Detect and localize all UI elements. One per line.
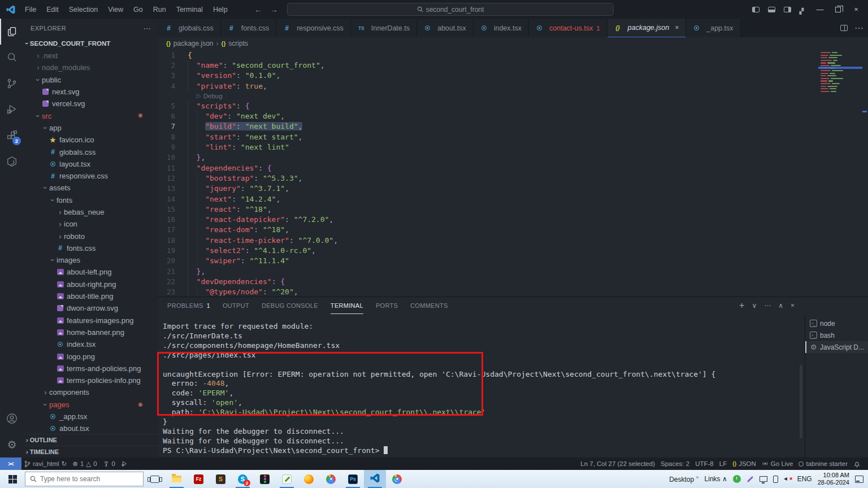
taskbar-photoshop[interactable]: Ps — [342, 470, 364, 488]
code-editor[interactable]: 1{2"name": "second_court_front",3"versio… — [158, 50, 868, 297]
tray-app-icon[interactable] — [733, 475, 741, 483]
remote-indicator[interactable]: >< — [0, 457, 21, 470]
minimap[interactable] — [821, 52, 860, 93]
menu-go[interactable]: Go — [129, 3, 147, 16]
tree-folder-assets[interactable]: ›assets — [24, 182, 158, 194]
problems-item[interactable]: ⊗1 △0 — [70, 457, 99, 470]
tab-package.json[interactable]: {}package.json× — [607, 19, 687, 37]
tree-file-_app.tsx[interactable]: _app.tsx — [24, 411, 158, 422]
tab-index.tsx[interactable]: index.tsx — [474, 19, 529, 37]
start-button[interactable] — [0, 470, 25, 488]
tree-file-vercel.svg[interactable]: vercel.svg — [24, 98, 158, 110]
go-live-item[interactable]: Go Live — [759, 457, 796, 470]
section-outline[interactable]: ›OUTLINE — [24, 434, 158, 446]
links-toolbar[interactable]: Links ∧ — [705, 475, 727, 483]
eol[interactable]: LF — [717, 457, 730, 470]
taskbar-chrome[interactable] — [320, 470, 342, 488]
tab-globals.css[interactable]: #globals.css — [158, 19, 221, 37]
section-timeline[interactable]: ›TIMELINE — [24, 446, 158, 457]
toggle-sidebar-icon[interactable] — [748, 3, 763, 16]
tree-file-terms-policies-info.png[interactable]: terms-policies-info.png — [24, 374, 158, 386]
tree-folder-pages[interactable]: ›pages — [24, 399, 158, 411]
language-mode[interactable]: {} JSON — [730, 457, 759, 470]
toggle-panel-icon[interactable] — [764, 3, 779, 16]
tree-file-logo.png[interactable]: logo.png — [24, 350, 158, 362]
search-icon[interactable] — [0, 45, 24, 71]
command-center-search[interactable]: second_court_front — [287, 3, 614, 16]
tree-folder-node_modules[interactable]: ›node_modules — [24, 62, 158, 73]
taskbar-notepad-plus-plus[interactable] — [276, 470, 298, 488]
menu-edit[interactable]: Edit — [42, 3, 63, 16]
tree-file-favicon.ico[interactable]: ★favicon.ico — [24, 134, 158, 146]
cursor-position[interactable]: Ln 7, Col 27 (22 selected) — [578, 457, 658, 470]
split-editor-icon[interactable] — [840, 25, 848, 31]
panel-more-icon[interactable]: ⋯ — [764, 302, 771, 310]
terminal-scrollbar[interactable] — [800, 365, 802, 438]
taskbar-file-explorer[interactable] — [166, 470, 188, 488]
tree-file-about-left.png[interactable]: about-left.png — [24, 266, 158, 278]
tree-file-terms-and-policies.png[interactable]: terms-and-policies.png — [24, 363, 158, 374]
panel-tab-terminal[interactable]: TERMINAL — [331, 297, 363, 314]
menu-help[interactable]: Help — [209, 3, 232, 16]
extensions-icon[interactable]: 2 — [0, 123, 24, 149]
toggle-secondary-sidebar-icon[interactable] — [780, 3, 795, 16]
back-icon[interactable]: ← — [254, 5, 262, 14]
taskbar-search-input[interactable] — [40, 475, 131, 483]
panel-tab-output[interactable]: OUTPUT — [223, 297, 249, 314]
menu-terminal[interactable]: Terminal — [172, 3, 207, 16]
tree-folder-src[interactable]: ›src — [24, 110, 158, 121]
panel-tab-debug-console[interactable]: DEBUG CONSOLE — [262, 297, 318, 314]
menu-run[interactable]: Run — [149, 3, 171, 16]
taskbar-search[interactable] — [25, 472, 144, 486]
tab-_app.tsx[interactable]: _app.tsx — [686, 19, 740, 37]
tree-folder-roboto[interactable]: ›roboto — [24, 230, 158, 242]
menu-view[interactable]: View — [103, 3, 128, 16]
tree-file-about-title.png[interactable]: about-title.png — [24, 290, 158, 302]
taskbar-vscode[interactable] — [364, 470, 386, 488]
tab-close-icon[interactable]: × — [675, 24, 679, 32]
git-branch-item[interactable]: ravi_html ↻ — [21, 457, 70, 470]
taskbar-sublime-text[interactable]: S — [210, 470, 232, 488]
tree-folder-icon[interactable]: ›icon — [24, 218, 158, 230]
account-icon[interactable] — [0, 406, 24, 432]
taskbar-firefox[interactable] — [298, 470, 320, 488]
tree-file-features-images.png[interactable]: features-images.png — [24, 315, 158, 326]
tree-file-about-right.png[interactable]: about-right.png — [24, 278, 158, 290]
panel-tab-ports[interactable]: PORTS — [376, 297, 398, 314]
close-button[interactable]: × — [848, 2, 865, 18]
action-center-icon[interactable] — [855, 476, 863, 483]
tree-folder-public[interactable]: ›public — [24, 74, 158, 86]
workspace-root-folder[interactable]: › SECOND_COURT_FRONT — [24, 37, 158, 50]
editor-more-actions-icon[interactable]: ⋯ — [854, 23, 863, 33]
settings-gear-icon[interactable]: ⚙ — [0, 432, 24, 457]
clock[interactable]: 10:08 AM 28-06-2024 — [818, 472, 849, 486]
panel-tab-comments[interactable]: COMMENTS — [410, 297, 448, 314]
tree-file-globals.css[interactable]: #globals.css — [24, 146, 158, 158]
desktop-toolbar[interactable]: Desktop » — [669, 474, 698, 483]
tree-file-layout.tsx[interactable]: layout.tsx — [24, 158, 158, 170]
tree-folder-fonts[interactable]: ›fonts — [24, 194, 158, 206]
terminal-dropdown-icon[interactable]: ∨ — [752, 302, 757, 310]
tree-folder-components[interactable]: ›components — [24, 386, 158, 398]
package-extension-icon[interactable] — [0, 149, 24, 175]
taskbar-figma[interactable] — [254, 470, 276, 488]
notifications-bell[interactable] — [850, 457, 863, 470]
tree-file-index.tsx[interactable]: index.tsx — [24, 338, 158, 350]
terminal-instance-javascriptd[interactable]: ⚙JavaScript D... — [805, 341, 868, 353]
codelens-debug[interactable]: ▷Debug — [158, 91, 868, 101]
indentation[interactable]: Spaces: 2 — [658, 457, 692, 470]
terminal-instance-node[interactable]: >_node — [805, 317, 868, 329]
tab-responsive.css[interactable]: #responsive.css — [276, 19, 351, 37]
minimize-button[interactable]: — — [811, 2, 828, 18]
menu-file[interactable]: File — [20, 3, 41, 16]
tray-network-icon[interactable] — [760, 476, 767, 482]
terminal-output[interactable]: Import trace for requested module:./src/… — [158, 314, 805, 457]
tree-file-responsive.css[interactable]: #responsive.css — [24, 170, 158, 182]
panel-tab-problems[interactable]: PROBLEMS1 — [167, 297, 210, 314]
tab-fonts.css[interactable]: #fonts.css — [221, 19, 276, 37]
tree-file-about.tsx[interactable]: about.tsx — [24, 422, 158, 434]
taskbar-task-view[interactable] — [144, 470, 166, 488]
encoding[interactable]: UTF-8 — [692, 457, 717, 470]
keyboard-language[interactable]: ENG — [797, 475, 812, 483]
explorer-icon[interactable] — [0, 19, 24, 45]
